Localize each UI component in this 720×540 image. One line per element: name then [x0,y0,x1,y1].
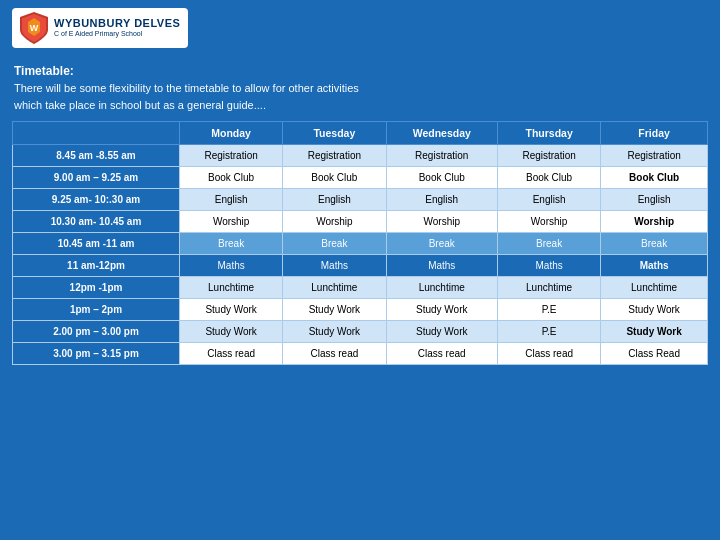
monday-cell: Lunchtime [180,277,283,299]
wednesday-cell: English [386,189,497,211]
monday-cell: Registration [180,145,283,167]
tuesday-cell: Study Work [283,321,386,343]
table-row: 10.45 am -11 amBreakBreakBreakBreakBreak [13,233,708,255]
intro-section: Timetable: There will be some flexibilit… [0,56,720,119]
table-row: 3.00 pm – 3.15 pmClass readClass readCla… [13,343,708,365]
thursday-cell: P.E [497,321,600,343]
friday-cell: Book Club [601,167,708,189]
tuesday-cell: Break [283,233,386,255]
thursday-cell: Book Club [497,167,600,189]
wednesday-cell: Book Club [386,167,497,189]
thursday-cell: English [497,189,600,211]
table-row: 2.00 pm – 3.00 pmStudy WorkStudy WorkStu… [13,321,708,343]
wednesday-cell: Class read [386,343,497,365]
thursday-cell: Registration [497,145,600,167]
friday-cell: Worship [601,211,708,233]
table-row: 10.30 am- 10.45 amWorshipWorshipWorshipW… [13,211,708,233]
wednesday-cell: Lunchtime [386,277,497,299]
time-cell: 12pm -1pm [13,277,180,299]
time-cell: 10.45 am -11 am [13,233,180,255]
timetable-container: Monday Tuesday Wednesday Thursday Friday… [0,119,720,369]
tuesday-cell: Worship [283,211,386,233]
table-row: 12pm -1pmLunchtimeLunchtimeLunchtimeLunc… [13,277,708,299]
thursday-cell: Break [497,233,600,255]
time-cell: 2.00 pm – 3.00 pm [13,321,180,343]
time-cell: 10.30 am- 10.45 am [13,211,180,233]
friday-cell: Break [601,233,708,255]
friday-cell: English [601,189,708,211]
table-row: 9.25 am- 10:.30 amEnglishEnglishEnglishE… [13,189,708,211]
wednesday-cell: Registration [386,145,497,167]
monday-cell: Book Club [180,167,283,189]
thursday-cell: P.E [497,299,600,321]
col-header-thursday: Thursday [497,122,600,145]
school-name: Wybunbury Delves C of E Aided Primary Sc… [54,17,180,39]
monday-cell: Study Work [180,299,283,321]
friday-cell: Lunchtime [601,277,708,299]
time-cell: 3.00 pm – 3.15 pm [13,343,180,365]
monday-cell: Break [180,233,283,255]
tuesday-cell: Lunchtime [283,277,386,299]
col-header-tuesday: Tuesday [283,122,386,145]
col-header-wednesday: Wednesday [386,122,497,145]
friday-cell: Registration [601,145,708,167]
thursday-cell: Lunchtime [497,277,600,299]
school-logo-icon: W [20,12,48,44]
table-body: 8.45 am -8.55 amRegistrationRegistration… [13,145,708,365]
tuesday-cell: Class read [283,343,386,365]
wednesday-cell: Maths [386,255,497,277]
monday-cell: English [180,189,283,211]
table-header-row: Monday Tuesday Wednesday Thursday Friday [13,122,708,145]
table-row: 8.45 am -8.55 amRegistrationRegistration… [13,145,708,167]
timetable: Monday Tuesday Wednesday Thursday Friday… [12,121,708,365]
table-row: 1pm – 2pmStudy WorkStudy WorkStudy WorkP… [13,299,708,321]
monday-cell: Maths [180,255,283,277]
wednesday-cell: Study Work [386,321,497,343]
time-cell: 8.45 am -8.55 am [13,145,180,167]
tuesday-cell: Maths [283,255,386,277]
wednesday-cell: Break [386,233,497,255]
tuesday-cell: English [283,189,386,211]
table-row: 11 am-12pmMathsMathsMathsMathsMaths [13,255,708,277]
col-header-friday: Friday [601,122,708,145]
tuesday-cell: Registration [283,145,386,167]
col-header-time [13,122,180,145]
thursday-cell: Maths [497,255,600,277]
time-cell: 1pm – 2pm [13,299,180,321]
time-cell: 9.25 am- 10:.30 am [13,189,180,211]
tuesday-cell: Study Work [283,299,386,321]
col-header-monday: Monday [180,122,283,145]
monday-cell: Worship [180,211,283,233]
header: W Wybunbury Delves C of E Aided Primary … [0,0,720,56]
tuesday-cell: Book Club [283,167,386,189]
friday-cell: Class Read [601,343,708,365]
logo: W Wybunbury Delves C of E Aided Primary … [12,8,188,48]
monday-cell: Class read [180,343,283,365]
friday-cell: Study Work [601,321,708,343]
table-row: 9.00 am – 9.25 amBook ClubBook ClubBook … [13,167,708,189]
friday-cell: Maths [601,255,708,277]
wednesday-cell: Study Work [386,299,497,321]
thursday-cell: Class read [497,343,600,365]
time-cell: 9.00 am – 9.25 am [13,167,180,189]
monday-cell: Study Work [180,321,283,343]
thursday-cell: Worship [497,211,600,233]
svg-text:W: W [30,23,39,33]
friday-cell: Study Work [601,299,708,321]
time-cell: 11 am-12pm [13,255,180,277]
wednesday-cell: Worship [386,211,497,233]
